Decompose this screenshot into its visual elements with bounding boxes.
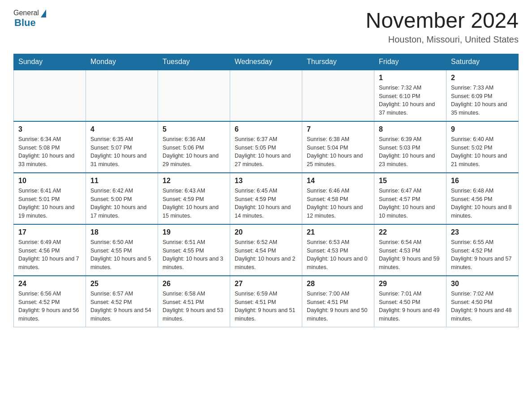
calendar-cell: 19Sunrise: 6:51 AMSunset: 4:55 PMDayligh… — [158, 224, 230, 276]
day-info: Sunrise: 6:52 AMSunset: 4:54 PMDaylight:… — [235, 238, 297, 272]
day-info: Sunrise: 6:46 AMSunset: 4:58 PMDaylight:… — [307, 187, 369, 220]
calendar-cell: 13Sunrise: 6:45 AMSunset: 4:59 PMDayligh… — [230, 173, 302, 224]
day-number: 18 — [90, 228, 153, 236]
weekday-header-monday: Monday — [86, 54, 158, 70]
day-info: Sunrise: 6:41 AMSunset: 5:01 PMDaylight:… — [18, 187, 81, 220]
day-number: 17 — [18, 228, 81, 236]
day-number: 29 — [379, 280, 442, 288]
calendar-cell: 24Sunrise: 6:56 AMSunset: 4:52 PMDayligh… — [14, 276, 86, 327]
calendar-cell: 26Sunrise: 6:58 AMSunset: 4:51 PMDayligh… — [158, 276, 230, 327]
day-number: 3 — [18, 125, 81, 133]
calendar-cell: 7Sunrise: 6:38 AMSunset: 5:04 PMDaylight… — [302, 121, 374, 173]
day-number: 16 — [451, 177, 514, 185]
day-number: 11 — [90, 177, 153, 185]
day-info: Sunrise: 6:53 AMSunset: 4:53 PMDaylight:… — [307, 238, 369, 272]
day-info: Sunrise: 6:57 AMSunset: 4:52 PMDaylight:… — [90, 290, 153, 323]
day-info: Sunrise: 7:33 AMSunset: 6:09 PMDaylight:… — [451, 84, 514, 117]
calendar-table: SundayMondayTuesdayWednesdayThursdayFrid… — [13, 54, 519, 327]
day-number: 1 — [379, 74, 442, 82]
day-number: 28 — [307, 280, 369, 288]
logo: General Blue — [13, 9, 46, 29]
day-number: 9 — [451, 125, 514, 133]
day-number: 8 — [379, 125, 442, 133]
calendar-week-row: 3Sunrise: 6:34 AMSunset: 5:08 PMDaylight… — [14, 121, 519, 173]
calendar-cell: 3Sunrise: 6:34 AMSunset: 5:08 PMDaylight… — [14, 121, 86, 173]
weekday-header-saturday: Saturday — [446, 54, 519, 70]
calendar-cell: 29Sunrise: 7:01 AMSunset: 4:50 PMDayligh… — [374, 276, 446, 327]
day-info: Sunrise: 6:49 AMSunset: 4:56 PMDaylight:… — [18, 238, 81, 272]
calendar-cell: 4Sunrise: 6:35 AMSunset: 5:07 PMDaylight… — [86, 121, 158, 173]
day-number: 4 — [90, 125, 153, 133]
day-info: Sunrise: 6:38 AMSunset: 5:04 PMDaylight:… — [307, 135, 369, 169]
calendar-week-row: 24Sunrise: 6:56 AMSunset: 4:52 PMDayligh… — [14, 276, 519, 327]
page-header: General Blue November 2024 Houston, Miss… — [13, 9, 519, 45]
day-info: Sunrise: 6:58 AMSunset: 4:51 PMDaylight:… — [163, 290, 225, 323]
day-info: Sunrise: 7:32 AMSunset: 6:10 PMDaylight:… — [379, 84, 442, 117]
day-number: 26 — [163, 280, 225, 288]
day-info: Sunrise: 6:45 AMSunset: 4:59 PMDaylight:… — [235, 187, 297, 220]
day-info: Sunrise: 7:01 AMSunset: 4:50 PMDaylight:… — [379, 290, 442, 323]
day-info: Sunrise: 6:56 AMSunset: 4:52 PMDaylight:… — [18, 290, 81, 323]
day-info: Sunrise: 6:39 AMSunset: 5:03 PMDaylight:… — [379, 135, 442, 169]
logo-blue-text: Blue — [14, 17, 36, 29]
day-info: Sunrise: 7:02 AMSunset: 4:50 PMDaylight:… — [451, 290, 514, 323]
day-number: 22 — [379, 228, 442, 236]
day-number: 10 — [18, 177, 81, 185]
day-info: Sunrise: 6:59 AMSunset: 4:51 PMDaylight:… — [235, 290, 297, 323]
calendar-cell: 22Sunrise: 6:54 AMSunset: 4:53 PMDayligh… — [374, 224, 446, 276]
calendar-cell: 30Sunrise: 7:02 AMSunset: 4:50 PMDayligh… — [446, 276, 519, 327]
calendar-cell — [86, 70, 158, 121]
calendar-cell: 6Sunrise: 6:37 AMSunset: 5:05 PMDaylight… — [230, 121, 302, 173]
day-number: 19 — [163, 228, 225, 236]
day-number: 25 — [90, 280, 153, 288]
day-info: Sunrise: 6:43 AMSunset: 4:59 PMDaylight:… — [163, 187, 225, 220]
day-number: 6 — [235, 125, 297, 133]
day-info: Sunrise: 6:47 AMSunset: 4:57 PMDaylight:… — [379, 187, 442, 220]
title-block: November 2024 Houston, Missouri, United … — [365, 9, 519, 45]
day-info: Sunrise: 6:51 AMSunset: 4:55 PMDaylight:… — [163, 238, 225, 272]
day-number: 24 — [18, 280, 81, 288]
calendar-cell: 8Sunrise: 6:39 AMSunset: 5:03 PMDaylight… — [374, 121, 446, 173]
day-number: 21 — [307, 228, 369, 236]
calendar-cell — [14, 70, 86, 121]
day-info: Sunrise: 6:42 AMSunset: 5:00 PMDaylight:… — [90, 187, 153, 220]
day-info: Sunrise: 6:35 AMSunset: 5:07 PMDaylight:… — [90, 135, 153, 169]
day-number: 13 — [235, 177, 297, 185]
calendar-cell: 9Sunrise: 6:40 AMSunset: 5:02 PMDaylight… — [446, 121, 519, 173]
calendar-cell: 10Sunrise: 6:41 AMSunset: 5:01 PMDayligh… — [14, 173, 86, 224]
weekday-header-friday: Friday — [374, 54, 446, 70]
day-info: Sunrise: 6:36 AMSunset: 5:06 PMDaylight:… — [163, 135, 225, 169]
day-number: 30 — [451, 280, 514, 288]
calendar-cell: 5Sunrise: 6:36 AMSunset: 5:06 PMDaylight… — [158, 121, 230, 173]
day-number: 20 — [235, 228, 297, 236]
weekday-header-tuesday: Tuesday — [158, 54, 230, 70]
logo-triangle-icon — [41, 9, 46, 17]
day-number: 14 — [307, 177, 369, 185]
weekday-header-sunday: Sunday — [14, 54, 86, 70]
calendar-cell: 28Sunrise: 7:00 AMSunset: 4:51 PMDayligh… — [302, 276, 374, 327]
calendar-cell: 12Sunrise: 6:43 AMSunset: 4:59 PMDayligh… — [158, 173, 230, 224]
calendar-cell — [230, 70, 302, 121]
day-number: 12 — [163, 177, 225, 185]
day-number: 7 — [307, 125, 369, 133]
month-title: November 2024 — [365, 9, 519, 33]
calendar-cell: 20Sunrise: 6:52 AMSunset: 4:54 PMDayligh… — [230, 224, 302, 276]
calendar-cell: 16Sunrise: 6:48 AMSunset: 4:56 PMDayligh… — [446, 173, 519, 224]
day-number: 15 — [379, 177, 442, 185]
day-number: 23 — [451, 228, 514, 236]
day-info: Sunrise: 6:34 AMSunset: 5:08 PMDaylight:… — [18, 135, 81, 169]
logo-general-text: General — [13, 9, 39, 17]
weekday-header-row: SundayMondayTuesdayWednesdayThursdayFrid… — [14, 54, 519, 70]
day-info: Sunrise: 6:48 AMSunset: 4:56 PMDaylight:… — [451, 187, 514, 220]
weekday-header-wednesday: Wednesday — [230, 54, 302, 70]
day-info: Sunrise: 6:40 AMSunset: 5:02 PMDaylight:… — [451, 135, 514, 169]
calendar-week-row: 17Sunrise: 6:49 AMSunset: 4:56 PMDayligh… — [14, 224, 519, 276]
calendar-cell: 1Sunrise: 7:32 AMSunset: 6:10 PMDaylight… — [374, 70, 446, 121]
calendar-cell: 21Sunrise: 6:53 AMSunset: 4:53 PMDayligh… — [302, 224, 374, 276]
calendar-week-row: 1Sunrise: 7:32 AMSunset: 6:10 PMDaylight… — [14, 70, 519, 121]
day-info: Sunrise: 6:37 AMSunset: 5:05 PMDaylight:… — [235, 135, 297, 169]
weekday-header-thursday: Thursday — [302, 54, 374, 70]
day-number: 27 — [235, 280, 297, 288]
day-number: 5 — [163, 125, 225, 133]
calendar-cell: 11Sunrise: 6:42 AMSunset: 5:00 PMDayligh… — [86, 173, 158, 224]
